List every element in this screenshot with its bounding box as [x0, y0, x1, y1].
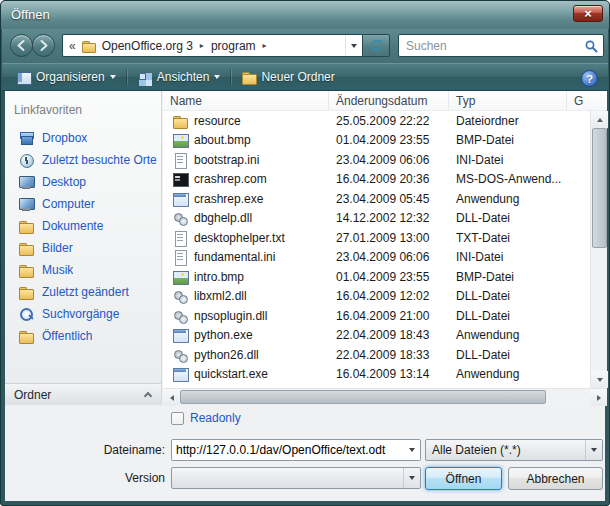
file-type: Anwendung	[449, 328, 567, 342]
version-label: Version	[5, 471, 165, 485]
horizontal-scroll-thumb[interactable]	[180, 390, 546, 404]
recently-changed-icon	[18, 284, 34, 300]
forward-button[interactable]	[32, 34, 55, 57]
file-name: resource	[194, 114, 329, 128]
sidebar-item-suchvorgänge[interactable]: Suchvorgänge	[5, 303, 161, 325]
sidebar-item-dropbox[interactable]: Dropbox	[5, 127, 161, 149]
sidebar-item-zuletzt-besuchte-orte[interactable]: Zuletzt besuchte Orte	[5, 149, 161, 171]
search-icon[interactable]	[579, 39, 603, 53]
scroll-up-button[interactable]	[591, 111, 608, 128]
file-rows: resource25.05.2009 22:22Dateiordnerabout…	[163, 111, 590, 388]
readonly-checkbox[interactable]	[171, 412, 184, 425]
triangle-up-icon	[597, 118, 603, 122]
application-icon	[172, 327, 188, 343]
file-type: BMP-Datei	[449, 133, 567, 147]
refresh-button[interactable]	[362, 34, 390, 57]
close-button[interactable]: ×	[573, 5, 603, 22]
help-icon: ?	[586, 73, 593, 85]
file-row-crashrep-com[interactable]: crashrep.com16.04.2009 20:36MS-DOS-Anwen…	[163, 170, 590, 190]
msdos-icon	[172, 171, 188, 187]
column-header-size[interactable]: G	[567, 91, 607, 110]
sidebar-item-computer[interactable]: Computer	[5, 193, 161, 215]
folders-expander[interactable]: Ordner	[5, 383, 161, 405]
sidebar-item-öffentlich[interactable]: Öffentlich	[5, 325, 161, 347]
breadcrumb-separator-icon: ▸	[197, 41, 207, 50]
file-row-quickstart-exe[interactable]: quickstart.exe16.04.2009 13:14Anwendung	[163, 365, 590, 385]
horizontal-scrollbar[interactable]	[163, 388, 607, 405]
views-icon	[137, 70, 152, 85]
file-modified-date: 01.04.2009 23:55	[329, 133, 449, 147]
refresh-icon	[369, 38, 384, 53]
scroll-down-button[interactable]	[591, 371, 608, 388]
sidebar-item-musik[interactable]: Musik	[5, 259, 161, 281]
file-row-fundamental-ini[interactable]: fundamental.ini23.04.2009 06:06INI-Datei	[163, 248, 590, 268]
file-modified-date: 23.04.2009 05:45	[329, 192, 449, 206]
file-row-resource[interactable]: resource25.05.2009 22:22Dateiordner	[163, 111, 590, 131]
file-row-bootstrap-ini[interactable]: bootstrap.ini23.04.2009 06:06INI-Datei	[163, 150, 590, 170]
organize-button[interactable]: Organisieren	[8, 66, 124, 88]
folder-icon	[81, 39, 96, 53]
file-modified-date: 16.04.2009 20:36	[329, 172, 449, 186]
file-name: fundamental.ini	[194, 250, 329, 264]
file-type: DLL-Datei	[449, 211, 567, 225]
file-row-dbghelp-dll[interactable]: dbghelp.dll14.12.2002 12:32DLL-Datei	[163, 209, 590, 229]
scroll-right-button[interactable]	[590, 389, 607, 406]
favorites-sidebar: Linkfavoriten DropboxZuletzt besuchte Or…	[5, 91, 162, 405]
help-button[interactable]: ?	[581, 70, 598, 87]
breadcrumb-overflow-chevron[interactable]: «	[63, 39, 79, 53]
file-row-about-bmp[interactable]: about.bmp01.04.2009 23:55BMP-Datei	[163, 131, 590, 151]
column-label: Name	[170, 94, 202, 108]
file-row-python26-dll[interactable]: python26.dll22.04.2009 18:33DLL-Datei	[163, 345, 590, 365]
column-header-date[interactable]: Änderungsdatum	[329, 91, 449, 110]
filename-input[interactable]	[172, 443, 403, 457]
file-name: crashrep.exe	[194, 192, 329, 206]
file-row-intro-bmp[interactable]: intro.bmp01.04.2009 23:55BMP-Datei	[163, 267, 590, 287]
new-folder-button[interactable]: Neuer Ordner	[233, 66, 342, 88]
file-modified-date: 16.04.2009 13:14	[329, 367, 449, 381]
file-row-python-exe[interactable]: python.exe22.04.2009 18:43Anwendung	[163, 326, 590, 346]
file-name: crashrep.com	[194, 172, 329, 186]
file-list: Name Änderungsdatum Typ G resource25.05.…	[163, 91, 607, 405]
version-combobox[interactable]	[171, 467, 421, 489]
search-box	[398, 34, 604, 57]
version-dropdown-button[interactable]	[403, 468, 420, 488]
back-arrow-icon	[15, 39, 28, 52]
filename-label: Dateiname:	[5, 443, 165, 457]
search-input[interactable]	[399, 39, 579, 53]
file-row-desktophelper-txt[interactable]: desktophelper.txt27.01.2009 13:00TXT-Dat…	[163, 228, 590, 248]
sidebar-item-zuletzt-geändert[interactable]: Zuletzt geändert	[5, 281, 161, 303]
triangle-left-icon	[170, 395, 174, 401]
sidebar-item-label: Öffentlich	[42, 329, 92, 343]
column-header-name[interactable]: Name	[163, 91, 329, 110]
organize-label: Organisieren	[36, 70, 105, 84]
file-modified-date: 27.01.2009 13:00	[329, 231, 449, 245]
breadcrumb-item-program[interactable]: program	[207, 39, 260, 53]
triangle-right-icon	[597, 395, 601, 401]
open-button[interactable]: Öffnen	[425, 467, 502, 490]
address-dropdown-button[interactable]	[345, 35, 362, 56]
cancel-button[interactable]: Abbrechen	[508, 467, 603, 490]
file-row-libxml2-dll[interactable]: libxml2.dll16.04.2009 12:02DLL-Datei	[163, 287, 590, 307]
column-header-type[interactable]: Typ	[449, 91, 567, 110]
filename-dropdown-button[interactable]	[403, 440, 420, 460]
chevron-down-icon	[351, 44, 357, 48]
back-button[interactable]	[10, 34, 33, 57]
vertical-scroll-thumb[interactable]	[592, 128, 607, 248]
vertical-scrollbar[interactable]	[590, 111, 607, 388]
filetype-dropdown-button[interactable]	[585, 440, 602, 460]
titlebar[interactable]: Öffnen ×	[1, 1, 609, 29]
scroll-left-button[interactable]	[163, 389, 180, 406]
sidebar-item-dokumente[interactable]: Dokumente	[5, 215, 161, 237]
dialog-client-area: Linkfavoriten DropboxZuletzt besuchte Or…	[5, 91, 605, 501]
sidebar-item-bilder[interactable]: Bilder	[5, 237, 161, 259]
application-icon	[172, 366, 188, 382]
chevron-down-icon	[409, 448, 415, 452]
file-type: DLL-Datei	[449, 309, 567, 323]
sidebar-item-desktop[interactable]: Desktop	[5, 171, 161, 193]
views-button[interactable]: Ansichten	[129, 66, 229, 88]
sidebar-item-label: Dokumente	[42, 219, 103, 233]
breadcrumb-item-openoffice[interactable]: OpenOffice.org 3	[98, 39, 197, 53]
file-row-npsoplugin-dll[interactable]: npsoplugin.dll16.04.2009 21:00DLL-Datei	[163, 306, 590, 326]
file-row-crashrep-exe[interactable]: crashrep.exe23.04.2009 05:45Anwendung	[163, 189, 590, 209]
filetype-combobox[interactable]: Alle Dateien (*.*)	[425, 439, 603, 461]
